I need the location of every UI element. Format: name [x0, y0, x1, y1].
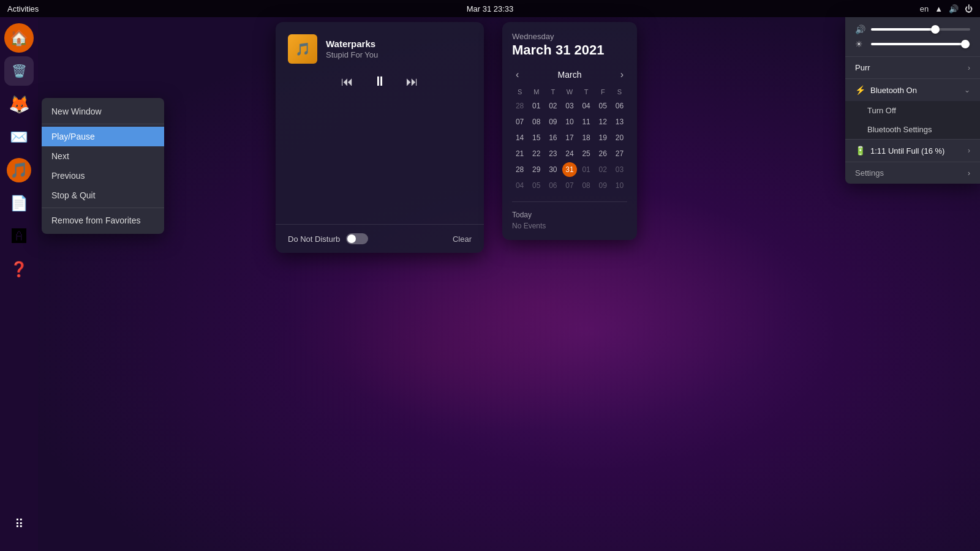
- volume-icon[interactable]: 🔊: [949, 4, 959, 13]
- dock-item-appstore[interactable]: 🅰: [4, 222, 34, 251]
- calendar-day[interactable]: 21: [513, 146, 527, 161]
- calendar-day[interactable]: 30: [546, 162, 560, 177]
- calendar-no-events: No Events: [512, 222, 627, 230]
- topbar-datetime[interactable]: Mar 31 23:33: [467, 4, 514, 13]
- calendar-day[interactable]: 06: [546, 178, 560, 193]
- system-settings-item[interactable]: Settings ›: [845, 162, 980, 184]
- calendar-day[interactable]: 15: [529, 130, 544, 145]
- calendar-day[interactable]: 28: [513, 162, 527, 177]
- calendar-day[interactable]: 22: [529, 146, 544, 161]
- brightness-slider-thumb[interactable]: [961, 40, 970, 48]
- context-menu-stop-quit[interactable]: Stop & Quit: [42, 186, 164, 205]
- calendar-day[interactable]: 20: [612, 130, 627, 145]
- activities-button[interactable]: Activities: [7, 4, 39, 13]
- context-menu-previous[interactable]: Previous: [42, 166, 164, 186]
- calendar-day[interactable]: 03: [562, 99, 577, 113]
- calendar-today-events: Today No Events: [512, 201, 627, 230]
- calendar-day[interactable]: 05: [595, 99, 610, 113]
- dock-item-music[interactable]: 🎵: [4, 156, 34, 185]
- calendar-day[interactable]: 16: [546, 130, 560, 145]
- music-play-pause-button[interactable]: ⏸: [373, 73, 386, 89]
- system-panel-sliders: 🔊 ☀: [845, 17, 980, 57]
- calendar-weekday: Wednesday: [512, 32, 627, 41]
- calendar-day[interactable]: 25: [579, 146, 594, 161]
- bluetooth-menu-item[interactable]: ⚡ Bluetooth On ⌄: [845, 79, 980, 101]
- bluetooth-settings-item[interactable]: Bluetooth Settings: [845, 120, 980, 139]
- calendar-prev-button[interactable]: ‹: [512, 68, 522, 81]
- dock-item-help[interactable]: ❓: [4, 255, 34, 284]
- calendar-day-today[interactable]: 31: [562, 162, 577, 177]
- context-menu-new-window[interactable]: New Window: [42, 102, 164, 121]
- calendar-day[interactable]: 17: [562, 130, 577, 145]
- music-prev-button[interactable]: ⏮: [341, 75, 353, 89]
- context-menu-play-pause[interactable]: Play/Pause: [42, 127, 164, 146]
- power-icon[interactable]: ⏻: [965, 4, 973, 13]
- purr-menu-item[interactable]: Purr ›: [845, 57, 980, 79]
- firefox-icon: 🦊: [9, 94, 30, 114]
- music-player: 🎵 Waterparks Stupid For You ⏮ ⏸ ⏭: [276, 22, 484, 224]
- calendar-next-button[interactable]: ›: [617, 68, 627, 81]
- calendar-day[interactable]: 01: [579, 162, 594, 177]
- bluetooth-turn-off-item[interactable]: Turn Off: [845, 101, 980, 120]
- calendar-day[interactable]: 08: [529, 114, 544, 129]
- calendar-day[interactable]: 03: [612, 162, 627, 177]
- music-next-button[interactable]: ⏭: [406, 75, 418, 89]
- calendar-day[interactable]: 08: [579, 178, 594, 193]
- keyboard-layout-icon[interactable]: en: [920, 4, 929, 13]
- do-not-disturb-toggle[interactable]: [346, 233, 368, 244]
- calendar-day[interactable]: 12: [595, 114, 610, 129]
- calendar-day[interactable]: 28: [513, 99, 527, 113]
- calendar-day[interactable]: 04: [579, 99, 594, 113]
- context-menu-next[interactable]: Next: [42, 146, 164, 166]
- calendar-day[interactable]: 26: [595, 146, 610, 161]
- clear-button[interactable]: Clear: [453, 234, 472, 244]
- calendar-day[interactable]: 29: [529, 162, 544, 177]
- calendar-week-6: 04 05 06 07 08 09 10: [512, 178, 627, 193]
- calendar-day[interactable]: 02: [595, 162, 610, 177]
- calendar-day[interactable]: 18: [579, 130, 594, 145]
- dock-item-files[interactable]: 🗑️: [4, 56, 34, 86]
- calendar-day[interactable]: 27: [612, 146, 627, 161]
- calendar-day[interactable]: 09: [546, 114, 560, 129]
- show-applications-button[interactable]: ⠿: [4, 509, 34, 539]
- calendar-day[interactable]: 04: [513, 178, 527, 193]
- bluetooth-label: Bluetooth On: [870, 86, 917, 95]
- calendar-day[interactable]: 19: [595, 130, 610, 145]
- volume-slider-track[interactable]: [871, 28, 970, 31]
- topbar-left: Activities: [7, 4, 39, 13]
- calendar-day[interactable]: 23: [546, 146, 560, 161]
- calendar-day[interactable]: 06: [612, 99, 627, 113]
- calendar-day[interactable]: 10: [562, 114, 577, 129]
- calendar-day[interactable]: 07: [513, 114, 527, 129]
- dock-item-doc[interactable]: 📄: [4, 189, 34, 218]
- calendar-day[interactable]: 07: [562, 178, 577, 193]
- appstore-icon: 🅰: [12, 228, 26, 245]
- network-icon[interactable]: ▲: [935, 4, 943, 13]
- calendar-day[interactable]: 01: [529, 99, 544, 113]
- calendar-day[interactable]: 24: [562, 146, 577, 161]
- brightness-slider-track[interactable]: [871, 43, 970, 45]
- calendar-header-date: Wednesday March 31 2021: [512, 32, 627, 58]
- battery-label: 1:11 Until Full (16 %): [870, 146, 944, 156]
- calendar-day[interactable]: 02: [546, 99, 560, 113]
- calendar-day[interactable]: 13: [612, 114, 627, 129]
- volume-slider-row: 🔊: [855, 24, 970, 34]
- calendar-week-2: 07 08 09 10 11 12 13: [512, 114, 627, 129]
- calendar-day[interactable]: 09: [595, 178, 610, 193]
- dock-item-email[interactable]: ✉️: [4, 122, 34, 152]
- volume-slider-thumb[interactable]: [931, 25, 940, 34]
- calendar-day[interactable]: 14: [513, 130, 527, 145]
- context-menu-remove-favorites[interactable]: Remove from Favorites: [42, 211, 164, 230]
- calendar-week-5: 28 29 30 31 01 02 03: [512, 162, 627, 177]
- calendar-day[interactable]: 05: [529, 178, 544, 193]
- calendar-day[interactable]: 10: [612, 178, 627, 193]
- calendar-day[interactable]: 11: [579, 114, 594, 129]
- dock-item-firefox[interactable]: 🦊: [4, 89, 34, 119]
- battery-menu-item[interactable]: 🔋 1:11 Until Full (16 %) ›: [845, 140, 980, 162]
- desktop-pattern: [0, 0, 980, 551]
- battery-chevron-icon: ›: [968, 146, 970, 155]
- dock-item-home[interactable]: 🏠: [4, 23, 34, 53]
- calendar-week-4: 21 22 23 24 25 26 27: [512, 146, 627, 161]
- email-icon: ✉️: [10, 129, 28, 146]
- calendar-day-headers: S M T W T F S: [512, 86, 627, 97]
